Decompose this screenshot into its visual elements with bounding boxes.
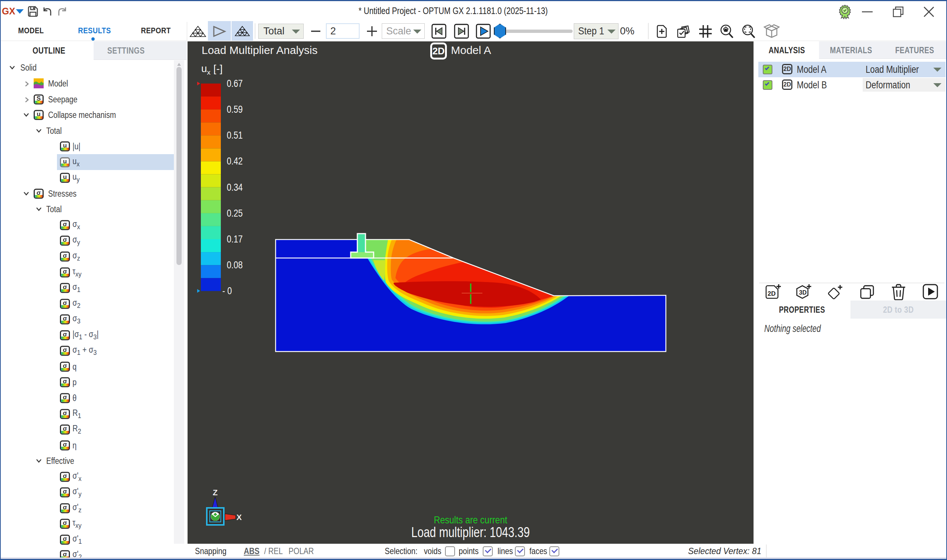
svg-text:2D: 2D — [768, 290, 776, 297]
svg-text:Z: Z — [213, 488, 217, 497]
svg-text:3D: 3D — [799, 289, 807, 296]
